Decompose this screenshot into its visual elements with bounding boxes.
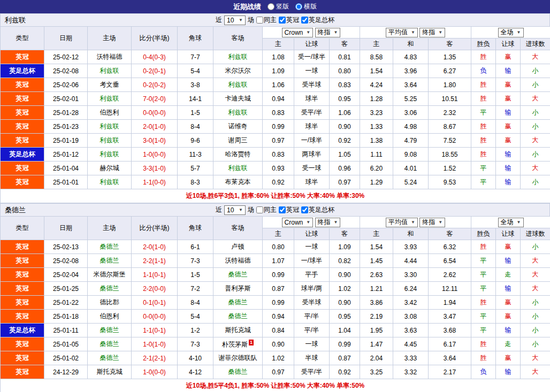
match-type-badge[interactable]: 英冠 bbox=[1, 175, 44, 189]
avg-odds-away: 12.11 bbox=[429, 282, 471, 296]
match-type-badge[interactable]: 英冠 bbox=[1, 310, 44, 324]
goals-cell: 小 bbox=[521, 64, 550, 78]
summary-text: 近10场,胜5平4负1, 胜率:50% 让胜率:50% 大率:40% 单率:50… bbox=[1, 379, 550, 392]
same-home-option[interactable]: 同主 bbox=[256, 16, 277, 25]
match-type-badge[interactable]: 英足总杯 bbox=[1, 324, 44, 337]
away-team-name[interactable]: 利兹联 bbox=[213, 106, 263, 120]
league-option[interactable]: 英冠 bbox=[279, 205, 299, 214]
cup-checkbox[interactable] bbox=[301, 206, 308, 213]
home-team-name[interactable]: 沃特福德 bbox=[88, 50, 132, 64]
away-team-name[interactable]: 桑德兰 bbox=[213, 310, 263, 324]
cup-option[interactable]: 英足总杯 bbox=[301, 16, 334, 25]
home-team-name[interactable]: 赫尔城 bbox=[88, 162, 132, 175]
away-team-name[interactable]: 利兹联 bbox=[213, 50, 263, 64]
match-type-badge[interactable]: 英冠 bbox=[1, 282, 44, 296]
away-team-name[interactable]: 利兹联 bbox=[213, 78, 263, 92]
match-type-badge[interactable]: 英冠 bbox=[1, 106, 44, 120]
home-team-name[interactable]: 利兹联 bbox=[88, 175, 132, 189]
home-team-name[interactable]: 利兹联 bbox=[88, 120, 132, 134]
away-team-name[interactable]: 米尔沃尔 bbox=[213, 64, 263, 78]
match-type-badge[interactable]: 英冠 bbox=[1, 365, 44, 379]
away-team-name[interactable]: 桑德兰 bbox=[213, 268, 263, 282]
home-team-name[interactable]: 桑德兰 bbox=[88, 282, 132, 296]
match-type-badge[interactable]: 英冠 bbox=[1, 254, 44, 268]
away-team-name[interactable]: 利兹联 bbox=[213, 162, 263, 175]
home-team-name[interactable]: 德比郡 bbox=[88, 296, 132, 310]
cup-checkbox[interactable] bbox=[301, 17, 308, 24]
home-team-name[interactable]: 米德尔斯堡 bbox=[88, 268, 132, 282]
result-cell: 平 bbox=[471, 310, 496, 324]
bookmaker-select[interactable]: Crown▼ bbox=[282, 28, 314, 37]
avg-odds-draw: 3.64 bbox=[393, 78, 429, 92]
home-team-name[interactable]: 桑德兰 bbox=[88, 254, 132, 268]
scope-select[interactable]: 全场▼ bbox=[498, 218, 524, 227]
home-team-name[interactable]: 利兹联 bbox=[88, 92, 132, 106]
match-type-badge[interactable]: 英冠 bbox=[1, 78, 44, 92]
layout-horizontal-option[interactable]: 横版 bbox=[295, 2, 317, 11]
match-type-badge[interactable]: 英冠 bbox=[1, 337, 44, 351]
away-team-name[interactable]: 桑德兰 bbox=[213, 296, 263, 310]
home-team-name[interactable]: 利兹联 bbox=[88, 134, 132, 148]
away-team-name[interactable]: 朴茨茅斯1 bbox=[213, 337, 263, 351]
match-type-badge[interactable]: 英冠 bbox=[1, 296, 44, 310]
scope-select[interactable]: 全场▼ bbox=[498, 28, 524, 37]
match-count-select[interactable]: 10▼ bbox=[224, 205, 246, 215]
bookmaker-select[interactable]: Crown▼ bbox=[282, 218, 314, 227]
league-checkbox[interactable] bbox=[279, 206, 286, 213]
home-team-name[interactable]: 桑德兰 bbox=[88, 337, 132, 351]
match-type-badge[interactable]: 英冠 bbox=[1, 351, 44, 365]
layout-vertical-option[interactable]: 竖版 bbox=[268, 2, 289, 11]
match-row: 英冠25-01-01利兹联1-1(0-0)8-3布莱克本0.92球半0.971.… bbox=[1, 175, 550, 189]
match-type-badge[interactable]: 英冠 bbox=[1, 120, 44, 134]
away-team-name[interactable]: 桑德兰 bbox=[213, 365, 263, 379]
home-team-name[interactable]: 利兹联 bbox=[88, 64, 132, 78]
away-team-name[interactable]: 普利茅斯 bbox=[213, 282, 263, 296]
home-team-name[interactable]: 桑德兰 bbox=[88, 240, 132, 254]
home-team-name[interactable]: 斯托克城 bbox=[88, 365, 132, 379]
same-home-checkbox[interactable] bbox=[256, 17, 263, 24]
away-team-name[interactable]: 卡迪夫城 bbox=[213, 92, 263, 106]
home-team-name[interactable]: 伯恩利 bbox=[88, 310, 132, 324]
match-type-badge[interactable]: 英冠 bbox=[1, 50, 44, 64]
away-team-name[interactable]: 谢周三 bbox=[213, 134, 263, 148]
match-count-select[interactable]: 10▼ bbox=[224, 16, 246, 25]
away-team-name[interactable]: 沃特福德 bbox=[213, 254, 263, 268]
cup-option[interactable]: 英足总杯 bbox=[301, 205, 334, 214]
avg-odds-draw: 3.96 bbox=[393, 64, 429, 78]
home-team-name[interactable]: 利兹联 bbox=[88, 148, 132, 162]
away-team-name[interactable]: 卢顿 bbox=[213, 240, 263, 254]
average-select[interactable]: 平均值▼ bbox=[386, 28, 418, 37]
layout-horizontal-radio[interactable] bbox=[295, 3, 302, 10]
handicap-result-cell: 赢 bbox=[496, 134, 521, 148]
handicap-odds-away: 0.90 bbox=[330, 120, 360, 134]
match-type-badge[interactable]: 英足总杯 bbox=[1, 148, 44, 162]
away-team-name[interactable]: 哈洛贾特 bbox=[213, 148, 263, 162]
match-type-badge[interactable]: 英冠 bbox=[1, 92, 44, 106]
home-team-name[interactable]: 桑德兰 bbox=[88, 351, 132, 365]
home-team-name[interactable]: 考文垂 bbox=[88, 78, 132, 92]
handicap-result-cell: 赢 bbox=[496, 296, 521, 310]
match-type-badge[interactable]: 英冠 bbox=[1, 162, 44, 175]
match-type-badge[interactable]: 英冠 bbox=[1, 240, 44, 254]
league-checkbox[interactable] bbox=[279, 17, 286, 24]
final-odds-select-2[interactable]: 终指▼ bbox=[419, 218, 445, 227]
match-type-badge[interactable]: 英冠 bbox=[1, 268, 44, 282]
average-select[interactable]: 平均值▼ bbox=[386, 218, 418, 227]
away-team-name[interactable]: 诺维奇 bbox=[213, 120, 263, 134]
chevron-down-icon: ▼ bbox=[306, 220, 310, 225]
final-odds-select-2[interactable]: 终指▼ bbox=[419, 28, 445, 37]
league-option[interactable]: 英冠 bbox=[279, 16, 299, 25]
final-odds-select[interactable]: 终指▼ bbox=[315, 218, 341, 227]
match-type-badge[interactable]: 英足总杯 bbox=[1, 64, 44, 78]
away-team-name[interactable]: 布莱克本 bbox=[213, 175, 263, 189]
same-home-checkbox[interactable] bbox=[256, 206, 263, 213]
layout-vertical-radio[interactable] bbox=[268, 3, 274, 10]
home-team-name[interactable]: 桑德兰 bbox=[88, 324, 132, 337]
goals-cell: 大 bbox=[521, 351, 550, 365]
away-team-name[interactable]: 斯托克城 bbox=[213, 324, 263, 337]
away-team-name[interactable]: 谢菲尔德联队 bbox=[213, 351, 263, 365]
same-home-option[interactable]: 同主 bbox=[256, 205, 277, 214]
match-type-badge[interactable]: 英冠 bbox=[1, 134, 44, 148]
final-odds-select[interactable]: 终指▼ bbox=[315, 28, 341, 37]
home-team-name[interactable]: 伯恩利 bbox=[88, 106, 132, 120]
